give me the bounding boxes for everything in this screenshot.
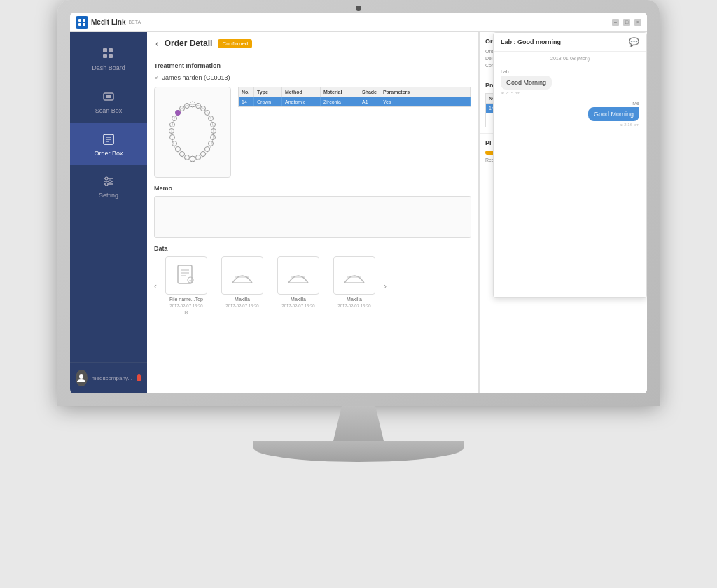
- th-shade: Shade: [359, 88, 380, 97]
- orderbox-icon: [101, 132, 116, 147]
- file-icon-box-1[interactable]: [221, 256, 263, 295]
- sidebar-label-orderbox: Order Box: [94, 150, 123, 158]
- td-shade: A1: [359, 97, 380, 106]
- message-outgoing-0: Me Good Morning at 2:16 pm: [501, 101, 639, 127]
- message-bubble-incoming-0: Good Morning: [501, 76, 552, 90]
- file-date-3: 2017-02-07 16:30: [337, 304, 370, 308]
- message-time-outgoing-0: at 2:16 pm: [620, 122, 639, 127]
- svg-rect-9: [106, 95, 111, 98]
- memo-box[interactable]: [154, 196, 471, 238]
- file-date-0: 2017-02-07 16:30: [169, 304, 202, 308]
- chat-icon[interactable]: 💬: [629, 37, 639, 47]
- data-title: Data: [154, 245, 471, 252]
- file-icon-box-3[interactable]: [333, 256, 375, 295]
- chat-date: 2018-01-08 (Mon): [494, 52, 646, 65]
- close-button[interactable]: ×: [634, 19, 641, 26]
- company-name: meditcompany...: [92, 375, 132, 382]
- chat-window: Lab : Good morning 💬 2018-01-08 (Mon) La…: [493, 32, 647, 298]
- td-type: Crown: [254, 97, 282, 106]
- back-button[interactable]: ‹: [155, 38, 159, 49]
- svg-point-20: [79, 374, 83, 379]
- svg-point-39: [180, 152, 185, 157]
- td-material: Zirconia: [321, 97, 359, 106]
- monitor-body: Medit Link BETA – □ ×: [57, 0, 660, 406]
- app-window: Medit Link BETA – □ ×: [70, 13, 647, 393]
- dental-chart: [154, 87, 231, 178]
- title-bar: Medit Link BETA – □ ×: [70, 13, 647, 32]
- file-card-0: ? File name...Top 2017-02-07 16:30 ⚙: [161, 256, 211, 316]
- file-card-1: Maxilla 2017-02-07 16:30: [217, 256, 267, 316]
- td-no: 14: [239, 97, 254, 106]
- svg-point-43: [201, 152, 206, 157]
- prev-arrow[interactable]: ‹: [154, 281, 157, 291]
- message-sender-0: Lab: [501, 69, 509, 74]
- webcam-dot: [356, 6, 361, 11]
- file-icon-box-2[interactable]: [277, 256, 319, 295]
- svg-point-46: [176, 111, 181, 115]
- svg-rect-1: [83, 19, 85, 22]
- order-detail-panel: ‹ Order Detail Confirmed Treatment Infor…: [147, 32, 479, 393]
- monitor-base: [253, 441, 464, 462]
- setting-icon: [101, 174, 116, 189]
- svg-point-31: [201, 106, 206, 111]
- sidebar-label-setting: Setting: [99, 192, 118, 200]
- th-material: Material: [321, 88, 359, 97]
- svg-point-38: [176, 147, 181, 152]
- th-type: Type: [254, 88, 282, 97]
- file-name-0: File name...Top: [169, 297, 203, 302]
- treatment-title: Treatment Information: [154, 62, 471, 69]
- svg-rect-5: [109, 48, 113, 52]
- status-badge: Confirmed: [218, 39, 252, 48]
- patient-icon: ♂: [154, 74, 160, 81]
- td-params: Yes: [380, 97, 471, 106]
- svg-rect-2: [78, 23, 81, 26]
- monitor-neck: [316, 406, 401, 441]
- sidebar-footer: meditcompany...: [70, 362, 147, 393]
- data-section: Data ‹: [154, 245, 471, 316]
- message-time-incoming-0: at 2:15 pm: [501, 91, 520, 95]
- td-method: Anatomic: [282, 97, 321, 106]
- minimize-button[interactable]: –: [612, 19, 619, 26]
- panel-header: ‹ Order Detail Confirmed: [147, 32, 478, 55]
- file-card-2: Maxilla 2017-02-07 16:30: [273, 256, 323, 316]
- file-card-3: Maxilla 2017-02-07 16:30: [329, 256, 380, 316]
- svg-point-24: [180, 106, 185, 111]
- maximize-button[interactable]: □: [623, 19, 630, 26]
- patient-info: ♂ James harden (CL0013): [154, 74, 471, 81]
- svg-point-44: [205, 147, 210, 152]
- svg-rect-6: [103, 54, 107, 58]
- next-arrow[interactable]: ›: [384, 281, 387, 291]
- svg-point-19: [105, 183, 108, 186]
- sidebar-label-scanbox: Scan Box: [95, 107, 123, 115]
- monitor-wrapper: Medit Link BETA – □ ×: [43, 0, 674, 588]
- treatment-table: No. Type Method Material Shade Parameter…: [238, 87, 471, 178]
- file-icon-box-0[interactable]: ?: [165, 256, 207, 295]
- svg-point-37: [172, 141, 177, 146]
- memo-title: Memo: [154, 185, 471, 192]
- message-me-0: Me: [632, 101, 639, 106]
- chat-header: Lab : Good morning 💬: [494, 33, 646, 52]
- dashboard-icon: [101, 46, 116, 62]
- message-bubble-outgoing-0: Good Morning: [588, 107, 639, 121]
- sidebar-item-scanbox[interactable]: Scan Box: [70, 80, 147, 123]
- notification-dot: [137, 374, 141, 382]
- monitor-screen: Medit Link BETA – □ ×: [70, 13, 647, 393]
- memo-section: Memo: [154, 185, 471, 238]
- svg-point-45: [209, 141, 214, 146]
- sidebar-item-setting[interactable]: Setting: [70, 165, 147, 208]
- treatment-layout: No. Type Method Material Shade Parameter…: [154, 87, 471, 178]
- svg-point-41: [190, 156, 195, 162]
- table-header: No. Type Method Material Shade Parameter…: [238, 87, 471, 97]
- th-method: Method: [282, 88, 321, 97]
- svg-rect-0: [78, 19, 81, 22]
- sidebar-label-dashboard: Dash Board: [92, 64, 125, 72]
- message-incoming-0: Lab Good Morning at 2:15 pm: [501, 69, 639, 95]
- scanbox-icon: [101, 89, 116, 104]
- panel-title: Order Detail: [165, 38, 213, 48]
- chat-title: Lab : Good morning: [501, 38, 561, 46]
- sidebar-item-dashboard[interactable]: Dash Board: [70, 38, 147, 80]
- app-body: Dash Board Scan Box: [70, 32, 647, 393]
- th-params: Parameters: [380, 88, 471, 97]
- sidebar-item-orderbox[interactable]: Order Box: [70, 123, 147, 166]
- panel-content: Treatment Information ♂ James harden (CL…: [147, 55, 478, 393]
